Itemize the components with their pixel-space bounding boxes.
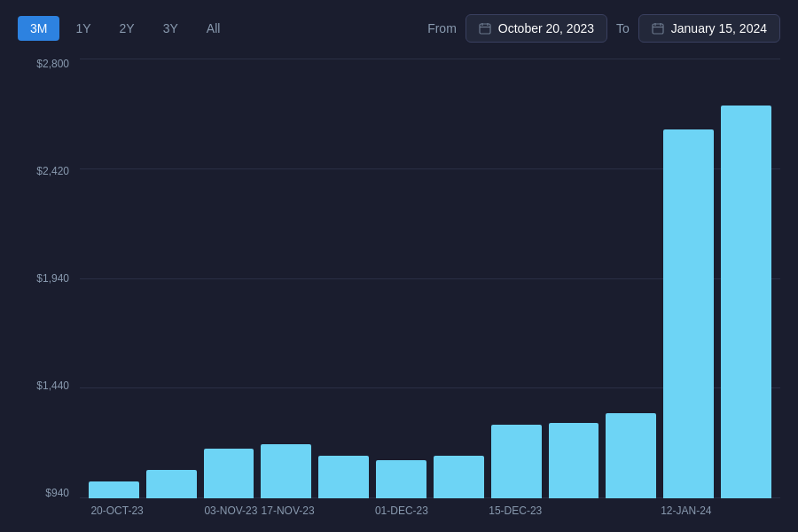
x-axis-label: 20-OCT-23 (89, 505, 145, 517)
svg-rect-0 (480, 24, 490, 34)
calendar-icon-to (652, 22, 664, 35)
bar[interactable] (204, 449, 254, 498)
bar[interactable] (376, 460, 426, 498)
bar[interactable] (89, 481, 139, 498)
bar-group (318, 59, 369, 498)
bar-group (663, 59, 714, 498)
bar-group (204, 59, 254, 498)
x-axis-label: 15-DEC-23 (487, 505, 544, 517)
y-axis-label: $2,420 (36, 166, 69, 176)
y-axis-label: $1,440 (36, 380, 69, 391)
bar[interactable] (261, 444, 311, 498)
y-axis-label: $1,940 (36, 273, 69, 284)
bar[interactable] (146, 470, 197, 498)
bar-group (89, 59, 139, 498)
chart-area: $2,800$2,420$1,940$1,440$940 20-OCT-2303… (18, 59, 780, 523)
to-label: To (616, 21, 630, 35)
bar-group (376, 59, 426, 498)
bar-group (549, 59, 599, 498)
to-date-picker[interactable]: January 15, 2024 (638, 14, 780, 43)
bar[interactable] (663, 129, 714, 498)
time-btn-3m[interactable]: 3M (18, 16, 59, 41)
y-axis-label: $940 (45, 488, 69, 498)
x-axis-label: 01-DEC-23 (373, 505, 430, 517)
bar[interactable] (549, 423, 599, 498)
bar-group (146, 59, 197, 498)
toolbar: 3M1Y2Y3YAll From October 20, 2023 To (18, 14, 780, 43)
bar[interactable] (491, 425, 542, 498)
bar[interactable] (606, 413, 656, 498)
svg-rect-4 (653, 24, 663, 34)
calendar-icon (479, 22, 491, 35)
bar-group (491, 59, 542, 498)
bar-group (434, 59, 484, 498)
bars-container (80, 59, 780, 498)
bar[interactable] (434, 456, 484, 498)
chart-body: 20-OCT-2303-NOV-2317-NOV-2301-DEC-2315-D… (80, 59, 780, 523)
time-btn-all[interactable]: All (194, 16, 233, 41)
bar-group (606, 59, 656, 498)
bar-group (261, 59, 311, 498)
time-btn-2y[interactable]: 2Y (107, 16, 147, 41)
time-btn-1y[interactable]: 1Y (63, 16, 103, 41)
time-btn-3y[interactable]: 3Y (151, 16, 191, 41)
date-range-selector: From October 20, 2023 To January (427, 14, 780, 43)
from-label: From (427, 21, 457, 35)
x-axis-label: 03-NOV-23 (202, 505, 259, 517)
from-date-picker[interactable]: October 20, 2023 (466, 14, 607, 43)
main-container: 3M1Y2Y3YAll From October 20, 2023 To (0, 0, 798, 532)
to-date-value: January 15, 2024 (671, 21, 767, 35)
x-axis-label: 12-JAN-24 (658, 505, 715, 517)
bar[interactable] (318, 456, 369, 498)
x-labels: 20-OCT-2303-NOV-2317-NOV-2301-DEC-2315-D… (80, 498, 780, 523)
bar-group (721, 59, 771, 498)
bar[interactable] (721, 106, 771, 498)
from-date-value: October 20, 2023 (498, 21, 594, 35)
y-axis: $2,800$2,420$1,940$1,440$940 (18, 59, 80, 523)
time-range-buttons: 3M1Y2Y3YAll (18, 16, 232, 41)
x-axis-label: 17-NOV-23 (260, 505, 317, 517)
y-axis-label: $2,800 (36, 59, 69, 69)
